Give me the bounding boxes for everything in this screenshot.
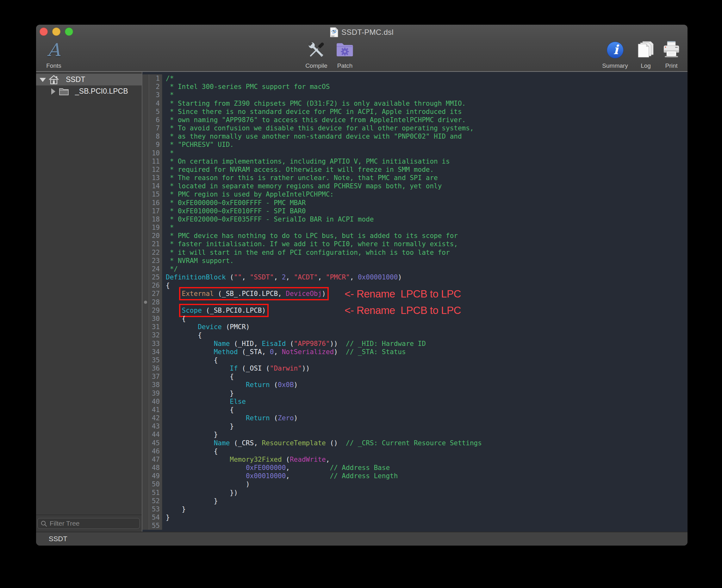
line-number: 33 (149, 340, 162, 348)
compile-button[interactable]: Compile (305, 39, 327, 69)
code-line-47[interactable]: 47 Memory32Fixed (ReadWrite, (142, 456, 687, 464)
code-line-18[interactable]: 18 * 0xFE020000~0xFE035FFF - SerialIo BA… (142, 215, 687, 224)
code-content: } (162, 505, 186, 513)
code-line-42[interactable]: 42 Return (Zero) (142, 414, 687, 422)
code-content: * 0xFE010000~0xFE010FFF - SPI BAR0 (162, 207, 306, 215)
gutter-marker-strip (142, 456, 149, 464)
code-line-10[interactable]: 10 * (142, 149, 687, 157)
code-line-54[interactable]: 54} (142, 513, 687, 522)
disclosure-collapsed-icon[interactable] (51, 88, 55, 94)
code-line-24[interactable]: 24 */ (142, 265, 687, 273)
tree-item-ssdt[interactable]: SSDT (36, 74, 142, 85)
code-line-21[interactable]: 21 * faster initialisation. If we add it… (142, 240, 687, 248)
code-line-17[interactable]: 17 * 0xFE010000~0xFE010FFF - SPI BAR0 (142, 207, 687, 215)
patch-button[interactable]: Patch (335, 39, 355, 69)
home-icon (48, 75, 60, 86)
fonts-button[interactable]: A Fonts (46, 39, 61, 69)
code-content: * it will start in the end of PCI config… (162, 248, 450, 257)
code-content: * (162, 91, 174, 99)
code-line-53[interactable]: 53 } (142, 505, 687, 513)
gutter-marker-strip (142, 381, 149, 389)
code-line-51[interactable]: 51 }) (142, 489, 687, 497)
code-line-37[interactable]: 37 { (142, 373, 687, 381)
code-line-23[interactable]: 23 * NVRAM support. (142, 257, 687, 265)
code-content: * PMC region is used by AppleIntelPCHPMC… (162, 190, 334, 198)
code-line-49[interactable]: 49 0x00010000, // Address Length (142, 472, 687, 480)
code-line-55[interactable]: 55 (142, 522, 687, 530)
code-line-14[interactable]: 14 * located in separate memory regions … (142, 182, 687, 190)
gutter-marker-strip (142, 306, 149, 315)
code-content: Method (_STA, 0, NotSerialized) // _STA:… (162, 348, 406, 356)
code-line-11[interactable]: 11 * On certain implementations, includi… (142, 157, 687, 166)
code-editor[interactable]: 1/*2 * Intel 300-series PMC support for … (142, 72, 687, 532)
code-line-2[interactable]: 2 * Intel 300-series PMC support for mac… (142, 83, 687, 91)
code-line-31[interactable]: 31 Device (PMCR) (142, 323, 687, 331)
code-line-46[interactable]: 46 { (142, 447, 687, 456)
code-line-8[interactable]: 8 * as they normally use another non-sta… (142, 132, 687, 141)
tree-item-sb-pci0-lpcb[interactable]: _SB.PCI0.LPCB (36, 85, 142, 97)
code-line-22[interactable]: 22 * it will start in the end of PCI con… (142, 248, 687, 257)
code-line-25[interactable]: 25DefinitionBlock ("", "SSDT", 2, "ACDT"… (142, 273, 687, 281)
gutter-marker-strip (142, 248, 149, 257)
code-line-19[interactable]: 19 * (142, 224, 687, 232)
svg-text:DSL: DSL (332, 36, 335, 37)
code-line-13[interactable]: 13 * The reason for this is rather uncle… (142, 174, 687, 182)
code-line-36[interactable]: 36 If (_OSI ("Darwin")) (142, 364, 687, 373)
code-line-3[interactable]: 3 * (142, 91, 687, 99)
code-line-38[interactable]: 38 Return (0x0B) (142, 381, 687, 389)
line-number: 49 (149, 472, 162, 480)
code-line-40[interactable]: 40 Else (142, 398, 687, 406)
code-line-12[interactable]: 12 * required for NVRAM access. Otherwis… (142, 166, 687, 174)
gutter-marker-strip (142, 141, 149, 149)
gutter-marker-strip (142, 257, 149, 265)
code-line-35[interactable]: 35 { (142, 356, 687, 364)
gutter-marker-strip (142, 240, 149, 248)
log-button[interactable]: Log (636, 39, 656, 69)
code-line-34[interactable]: 34 Method (_STA, 0, NotSerialized) // _S… (142, 348, 687, 356)
fonts-label: Fonts (46, 62, 61, 69)
edited-line-dot (144, 301, 147, 304)
code-line-43[interactable]: 43 } (142, 422, 687, 430)
filter-tree-input[interactable] (37, 518, 140, 529)
code-line-45[interactable]: 45 Name (_CRS, ResourceTemplate () // _C… (142, 439, 687, 447)
code-line-39[interactable]: 39 } (142, 389, 687, 398)
line-number: 6 (149, 116, 162, 124)
print-button[interactable]: Print (661, 39, 681, 69)
line-number: 12 (149, 166, 162, 174)
code-line-5[interactable]: 5 * Since there is no standard device fo… (142, 108, 687, 116)
code-line-50[interactable]: 50 ) (142, 480, 687, 488)
gutter-marker-strip (142, 364, 149, 373)
code-content: } (162, 389, 234, 398)
code-line-32[interactable]: 32 { (142, 331, 687, 339)
code-line-15[interactable]: 15 * PMC region is used by AppleIntelPCH… (142, 190, 687, 198)
code-line-52[interactable]: 52 } (142, 497, 687, 505)
code-line-33[interactable]: 33 Name (_HID, EisaId ("APP9876")) // _H… (142, 340, 687, 348)
code-line-4[interactable]: 4 * Starting from Z390 chipsets PMC (D31… (142, 99, 687, 108)
code-line-48[interactable]: 48 0xFE000000, // Address Base (142, 464, 687, 472)
disclosure-expanded-icon[interactable] (40, 78, 46, 82)
patch-folder-icon (335, 39, 355, 61)
code-line-1[interactable]: 1/* (142, 75, 687, 83)
line-number: 38 (149, 381, 162, 389)
code-content: /* (162, 75, 174, 83)
code-line-20[interactable]: 20 * PMC device has nothing to do to LPC… (142, 232, 687, 240)
gutter-marker-strip (142, 398, 149, 406)
code-line-16[interactable]: 16 * 0xFE000000~0xFE00FFFF - PMC MBAR (142, 199, 687, 207)
code-content: { (162, 331, 202, 339)
code-content: { (162, 356, 218, 364)
tree-item-label: _SB.PCI0.LPCB (75, 87, 128, 96)
line-number: 48 (149, 464, 162, 472)
code-content: DefinitionBlock ("", "SSDT", 2, "ACDT", … (162, 273, 402, 281)
line-number: 22 (149, 248, 162, 257)
code-line-44[interactable]: 44 } (142, 430, 687, 439)
line-number: 26 (149, 281, 162, 290)
summary-button[interactable]: i Summary (602, 39, 628, 69)
code-content: } (162, 513, 170, 522)
code-line-6[interactable]: 6 * own naming "APP9876" to access this … (142, 116, 687, 124)
line-number: 40 (149, 398, 162, 406)
status-bar: SSDT (36, 532, 687, 546)
code-line-9[interactable]: 9 * "PCHRESV" UID. (142, 141, 687, 149)
code-line-7[interactable]: 7 * To avoid confusion we disable this d… (142, 124, 687, 132)
code-line-41[interactable]: 41 { (142, 406, 687, 414)
code-content: * as they normally use another non-stand… (162, 132, 462, 141)
